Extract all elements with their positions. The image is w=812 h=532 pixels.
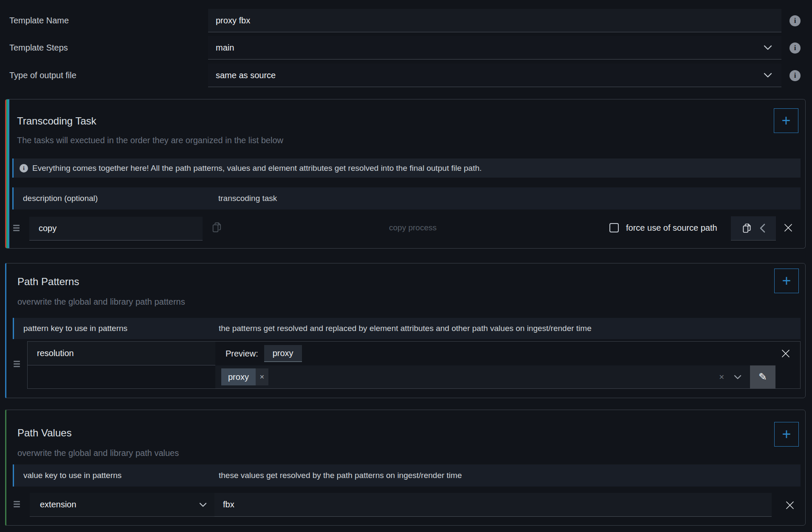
section-subtitle: The tasks will exectued in the order the… — [17, 136, 283, 145]
path-values-section: Path Values overwrite the global and lib… — [5, 410, 806, 526]
delete-task-icon[interactable] — [783, 223, 793, 233]
template-name-row: Template Name proxy fbx i — [0, 9, 812, 32]
task-row: copy copy process force use of source pa… — [5, 215, 805, 241]
value-value: fbx — [223, 500, 234, 509]
value-key-value: extension — [40, 500, 76, 509]
clear-tags-icon[interactable]: ✕ — [719, 373, 725, 381]
paste-icon[interactable] — [742, 223, 753, 234]
column-task: transcoding task — [218, 187, 277, 209]
add-value-button[interactable]: + — [774, 422, 799, 447]
template-steps-row: Template Steps main i — [0, 36, 812, 59]
info-icon[interactable]: i — [789, 42, 801, 54]
pattern-row: resolution Preview: proxy proxy ✕ — [27, 341, 801, 389]
info-banner-text: Everything comes together here! All the … — [32, 164, 482, 173]
section-title: Path Values — [17, 427, 72, 439]
task-actions-panel — [731, 216, 776, 241]
template-name-value: proxy fbx — [216, 16, 250, 25]
task-description-input[interactable]: copy — [29, 217, 203, 241]
pattern-key-input[interactable]: resolution — [28, 342, 215, 365]
template-steps-value: main — [216, 43, 234, 53]
template-name-input[interactable]: proxy fbx — [208, 9, 781, 32]
column-value-info: these values get resolved by the path pa… — [219, 464, 462, 487]
info-icon[interactable]: i — [789, 70, 801, 81]
column-description: description (optional) — [23, 187, 98, 209]
section-title: Path Patterns — [17, 276, 79, 288]
tag-remove-icon[interactable]: ✕ — [256, 368, 268, 385]
column-value-key: value key to use in patterns — [23, 464, 121, 487]
add-pattern-button[interactable]: + — [774, 269, 799, 293]
pattern-key-value: resolution — [37, 348, 74, 358]
template-steps-label: Template Steps — [9, 36, 68, 59]
chevron-down-icon — [764, 73, 772, 78]
chevron-left-icon[interactable] — [759, 224, 765, 233]
output-type-label: Type of output file — [9, 64, 76, 87]
pattern-tags-input[interactable]: proxy ✕ ✕ ✎ — [215, 365, 775, 389]
chevron-down-icon — [764, 45, 772, 50]
value-input[interactable]: fbx — [214, 493, 772, 517]
preview-value-badge: proxy — [264, 345, 302, 362]
task-process-placeholder[interactable]: copy process — [358, 215, 468, 241]
add-task-button[interactable]: + — [774, 108, 798, 133]
section-subtitle: overwrite the global and library path va… — [17, 448, 179, 458]
chevron-down-icon — [199, 502, 207, 507]
value-columns-header: value key to use in patterns these value… — [13, 464, 801, 487]
output-type-select[interactable]: same as source — [208, 64, 781, 87]
column-pattern-info: the patterns get resolved and replaced b… — [219, 318, 592, 339]
copy-icon[interactable] — [211, 221, 223, 233]
task-description-value: copy — [39, 224, 56, 233]
preview-label: Preview: — [226, 349, 258, 359]
path-patterns-section: Path Patterns overwrite the global and l… — [5, 263, 806, 398]
drag-handle-icon[interactable] — [14, 501, 20, 507]
section-title: Transcoding Task — [17, 115, 96, 127]
task-columns-header: description (optional) transcoding task — [12, 187, 801, 209]
delete-pattern-icon[interactable] — [781, 348, 791, 359]
value-row: extension fbx — [6, 492, 805, 518]
force-source-checkbox[interactable] — [609, 223, 619, 232]
section-subtitle: overwrite the global and library path pa… — [17, 297, 185, 307]
delete-value-icon[interactable] — [785, 500, 795, 510]
drag-handle-icon[interactable] — [13, 225, 20, 231]
info-icon[interactable]: i — [789, 15, 801, 26]
output-type-row: Type of output file same as source i — [0, 64, 812, 87]
info-banner: i Everything comes together here! All th… — [12, 158, 801, 178]
force-source-label: force use of source path — [626, 215, 717, 241]
tag-chip: proxy ✕ — [221, 368, 268, 385]
pattern-columns-header: pattern key to use in patterns the patte… — [13, 318, 801, 339]
output-type-value: same as source — [216, 71, 276, 80]
value-key-select[interactable]: extension — [30, 493, 214, 517]
template-steps-select[interactable]: main — [208, 36, 781, 59]
info-icon: i — [20, 164, 28, 173]
template-editor-page: Template Name proxy fbx i Template Steps… — [0, 0, 812, 532]
drag-handle-icon[interactable] — [14, 361, 20, 367]
transcoding-task-section: Transcoding Task The tasks will exectued… — [5, 99, 806, 249]
tag-chip-label: proxy — [221, 368, 256, 385]
column-pattern-key: pattern key to use in patterns — [23, 318, 127, 339]
chevron-down-icon[interactable] — [734, 375, 742, 379]
template-name-label: Template Name — [9, 9, 69, 32]
edit-pencil-button[interactable]: ✎ — [750, 365, 775, 389]
